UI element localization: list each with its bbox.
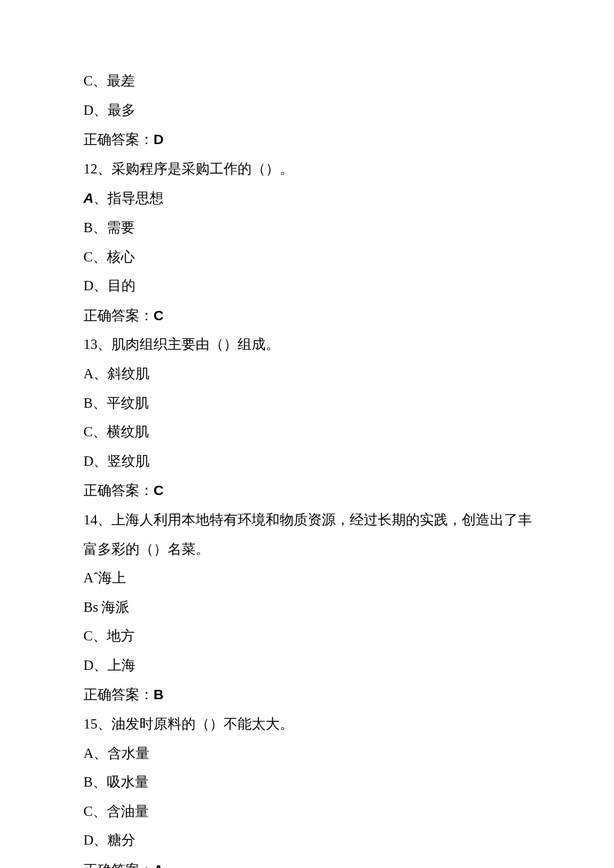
answer-prefix: 正确答案： bbox=[83, 862, 154, 868]
option-letter: A bbox=[83, 190, 93, 205]
option-line: Bs 海派 bbox=[83, 596, 544, 619]
answer-prefix: 正确答案： bbox=[83, 482, 154, 498]
option-line: B、需要 bbox=[83, 217, 544, 240]
option-line: D、最多 bbox=[83, 99, 544, 122]
answer-line: 正确答案：C bbox=[83, 479, 544, 502]
question-line-wrap: 富多彩的（）名菜。 bbox=[83, 538, 544, 561]
option-line: C、含油量 bbox=[83, 801, 544, 823]
answer-value: B bbox=[154, 687, 164, 702]
answer-prefix: 正确答案： bbox=[83, 308, 154, 324]
answer-line: 正确答案：B bbox=[83, 683, 544, 707]
option-line: C、地方 bbox=[83, 625, 544, 648]
option-line: B、平纹肌 bbox=[83, 392, 544, 415]
answer-line: 正确答案：A bbox=[83, 859, 544, 868]
option-line: D、竖纹肌 bbox=[83, 450, 544, 473]
question-line: 14、上海人利用本地特有环境和物质资源，经过长期的实践，创造出了丰 bbox=[83, 509, 544, 532]
answer-line: 正确答案：D bbox=[83, 128, 544, 151]
answer-prefix: 正确答案： bbox=[83, 131, 154, 147]
document-content: C、最差 D、最多 正确答案：D 12、采购程序是采购工作的（）。 A、指导思想… bbox=[83, 70, 544, 868]
answer-value: A bbox=[154, 862, 164, 868]
question-line: 15、油发时原料的（）不能太大。 bbox=[83, 713, 544, 736]
answer-value: C bbox=[154, 308, 164, 323]
option-line: D、上海 bbox=[83, 655, 544, 677]
option-line: C、核心 bbox=[83, 246, 544, 269]
option-text: 、指导思想 bbox=[93, 190, 164, 206]
option-line: D、糖分 bbox=[83, 829, 544, 852]
answer-value: D bbox=[154, 131, 164, 147]
answer-value: C bbox=[154, 482, 164, 498]
option-line: D、目的 bbox=[83, 275, 544, 298]
option-line: C、横纹肌 bbox=[83, 421, 544, 444]
option-line: C、最差 bbox=[83, 70, 544, 93]
option-line: A、含水量 bbox=[83, 743, 544, 765]
option-line: B、吸水量 bbox=[83, 771, 544, 794]
question-line: 12、采购程序是采购工作的（）。 bbox=[83, 158, 544, 181]
question-line: 13、肌肉组织主要由（）组成。 bbox=[83, 334, 544, 356]
option-line: A、指导思想 bbox=[83, 187, 544, 210]
answer-prefix: 正确答案： bbox=[83, 687, 154, 703]
answer-line: 正确答案：C bbox=[83, 304, 544, 328]
option-line: Aˆ海上 bbox=[83, 567, 544, 590]
option-line: A、斜纹肌 bbox=[83, 363, 544, 386]
